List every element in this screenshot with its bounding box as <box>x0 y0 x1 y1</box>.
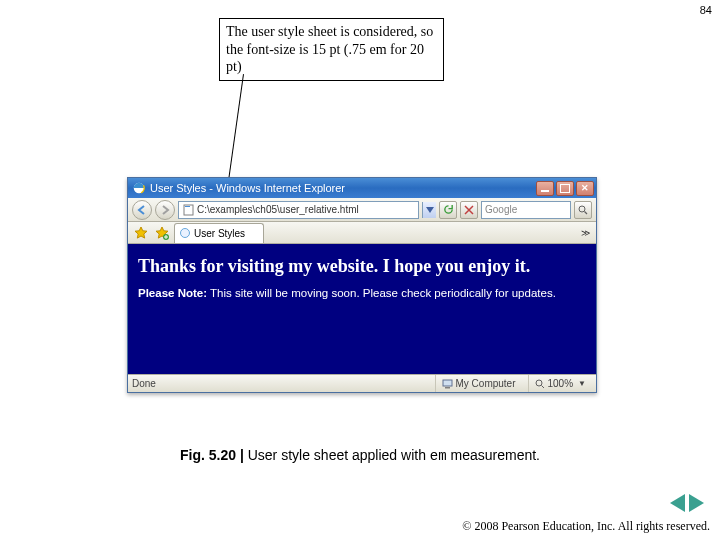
headline: Thanks for visiting my website. I hope y… <box>138 256 586 277</box>
browser-window: User Styles - Windows Internet Explorer … <box>127 177 597 393</box>
svg-point-4 <box>579 206 585 212</box>
search-provider: Google <box>485 204 517 215</box>
titlebar: User Styles - Windows Internet Explorer … <box>128 178 596 198</box>
zoom-icon <box>535 379 545 389</box>
tab-label: User Styles <box>194 228 245 239</box>
caption-code: em <box>430 448 447 464</box>
favorites-star-icon[interactable] <box>132 224 150 242</box>
tab-user-styles[interactable]: User Styles <box>174 223 264 243</box>
search-go-button[interactable] <box>574 201 592 219</box>
status-left: Done <box>132 378 156 389</box>
window-title: User Styles - Windows Internet Explorer <box>150 182 345 194</box>
status-bar: Done My Computer 100% ▼ <box>128 374 596 392</box>
file-icon <box>182 204 194 216</box>
note-label: Please Note: <box>138 287 207 299</box>
security-zone: My Computer <box>435 375 521 392</box>
callout-box: The user style sheet is considered, so t… <box>219 18 444 81</box>
forward-button[interactable] <box>155 200 175 220</box>
add-favorites-icon[interactable] <box>153 224 171 242</box>
next-slide-button[interactable] <box>689 494 704 512</box>
svg-rect-3 <box>185 206 190 207</box>
back-button[interactable] <box>132 200 152 220</box>
svg-point-6 <box>181 229 190 238</box>
slide-nav <box>670 494 704 512</box>
address-bar[interactable]: C:\examples\ch05\user_relative.html <box>178 201 419 219</box>
zone-label: My Computer <box>455 378 515 389</box>
svg-rect-7 <box>443 380 452 386</box>
svg-rect-8 <box>445 387 450 389</box>
figure-label: Fig. 5.20 | <box>180 447 244 463</box>
zoom-dropdown-icon: ▼ <box>578 379 586 388</box>
caption-part2: measurement. <box>447 447 540 463</box>
page-number: 84 <box>700 4 712 16</box>
figure-caption: Fig. 5.20 | User style sheet applied wit… <box>0 447 720 464</box>
search-box[interactable]: Google <box>481 201 571 219</box>
page-content: Thanks for visiting my website. I hope y… <box>128 244 596 374</box>
zoom-value: 100% <box>548 378 574 389</box>
stop-button[interactable] <box>460 201 478 219</box>
svg-point-9 <box>536 380 542 386</box>
close-button[interactable]: ✕ <box>576 181 594 196</box>
refresh-button[interactable] <box>439 201 457 219</box>
body-text: Please Note: This site will be moving so… <box>138 285 586 301</box>
caption-part1: User style sheet applied with <box>244 447 430 463</box>
copyright-footer: © 2008 Pearson Education, Inc. All right… <box>462 519 710 534</box>
navigation-bar: C:\examples\ch05\user_relative.html Goog… <box>128 198 596 222</box>
tab-row: User Styles ≫ <box>128 222 596 244</box>
prev-slide-button[interactable] <box>670 494 685 512</box>
note-text: This site will be moving soon. Please ch… <box>207 287 556 299</box>
overflow-chevron-icon[interactable]: ≫ <box>581 228 590 238</box>
zoom-control[interactable]: 100% ▼ <box>528 375 593 392</box>
computer-icon <box>442 379 452 389</box>
ie-logo-icon <box>132 181 146 195</box>
minimize-button[interactable] <box>536 181 554 196</box>
address-text: C:\examples\ch05\user_relative.html <box>197 204 359 215</box>
ie-tab-icon <box>179 227 191 239</box>
address-dropdown[interactable] <box>422 202 436 218</box>
maximize-button[interactable] <box>556 181 574 196</box>
